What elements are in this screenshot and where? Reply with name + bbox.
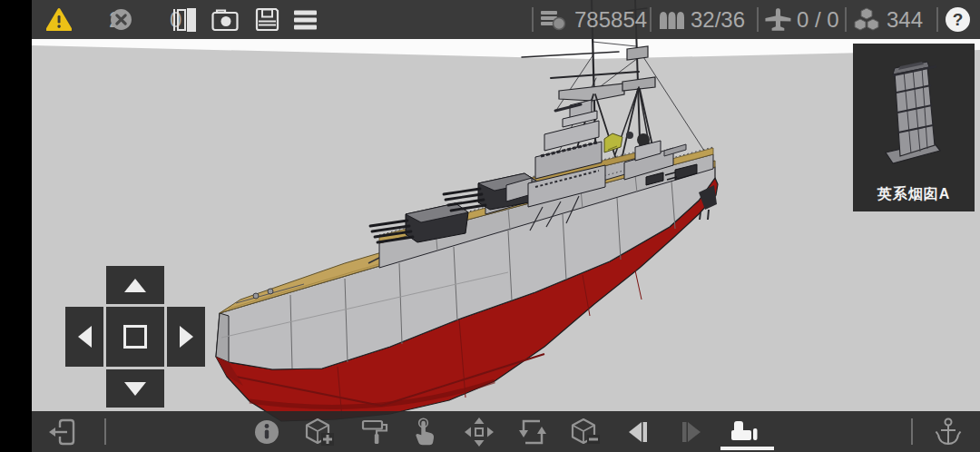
- help-button[interactable]: ?: [946, 0, 970, 39]
- center-square-icon: [123, 325, 147, 349]
- top-status-bar: 2 0: [32, 0, 980, 39]
- remove-block-icon: [570, 417, 601, 447]
- remove-block-button[interactable]: [565, 416, 605, 448]
- blocks-icon: [854, 7, 879, 32]
- exit-button[interactable]: [42, 416, 82, 448]
- scene-backdrop: [32, 39, 980, 59]
- ammo-value: 32/36: [691, 0, 745, 39]
- funds-value: 785854: [574, 0, 647, 39]
- blocks-value: 344: [887, 0, 923, 39]
- divider: [757, 7, 759, 32]
- exit-icon: [46, 417, 77, 447]
- anchor-icon: [933, 417, 964, 447]
- add-block-icon: [304, 417, 335, 447]
- dpad-down-button[interactable]: [106, 369, 164, 408]
- screen-notch-strip: [0, 0, 32, 452]
- move-icon: [464, 417, 495, 447]
- rotate-icon: [517, 417, 548, 447]
- screenshot-button[interactable]: [211, 0, 239, 39]
- parts-icon: [728, 417, 760, 447]
- help-icon: ?: [946, 7, 970, 32]
- undo-icon: [622, 417, 653, 447]
- app-screen: 2 0: [0, 0, 980, 452]
- ammo-indicator: [659, 0, 685, 39]
- bottom-tool-bar: [32, 411, 980, 452]
- error-icon: [110, 8, 132, 31]
- aircraft-icon: [763, 6, 792, 33]
- camera-icon: [211, 8, 239, 32]
- rotate-button[interactable]: [513, 416, 553, 448]
- funds-indicator: [540, 0, 566, 39]
- aircraft-indicator: [763, 0, 792, 39]
- selected-part-panel[interactable]: 英系烟囱A: [853, 44, 975, 211]
- divider: [104, 418, 106, 445]
- warning-indicator[interactable]: [46, 0, 72, 39]
- dpad-center-button[interactable]: [106, 307, 164, 367]
- selected-tool-underline: [720, 447, 774, 450]
- paint-button[interactable]: [355, 416, 395, 448]
- ammo-icon: [659, 9, 685, 31]
- left-arrow-icon: [78, 326, 92, 348]
- undo-button[interactable]: [618, 416, 658, 448]
- touch-button[interactable]: [407, 416, 446, 448]
- anchor-button[interactable]: [928, 416, 968, 448]
- divider: [845, 7, 847, 32]
- camera-dpad: [65, 266, 205, 408]
- divider: [532, 7, 534, 32]
- warning-icon: [46, 7, 72, 32]
- dpad-left-button[interactable]: [65, 307, 103, 367]
- touch-icon: [411, 417, 442, 447]
- part-thumbnail-funnel: [853, 58, 975, 176]
- blocks-indicator: [854, 0, 879, 39]
- down-arrow-icon: [124, 382, 146, 396]
- right-arrow-icon: [180, 326, 193, 348]
- info-button[interactable]: [247, 416, 287, 448]
- save-icon: [255, 7, 279, 32]
- dpad-up-button[interactable]: [106, 266, 164, 304]
- dpad-right-button[interactable]: [167, 307, 205, 367]
- menu-button[interactable]: [293, 0, 318, 39]
- coins-icon: [540, 9, 566, 31]
- move-button[interactable]: [459, 416, 499, 448]
- error-indicator[interactable]: [110, 0, 132, 39]
- aircraft-value: 0 / 0: [797, 0, 839, 39]
- add-block-button[interactable]: [299, 416, 339, 448]
- info-icon: [251, 417, 282, 447]
- divider: [911, 418, 913, 445]
- part-name-label: 英系烟囱A: [877, 185, 951, 204]
- paint-icon: [359, 418, 390, 447]
- save-button[interactable]: [255, 0, 279, 39]
- up-arrow-icon: [124, 279, 146, 292]
- redo-icon: [676, 417, 707, 447]
- divider: [936, 7, 938, 32]
- parts-button[interactable]: [724, 416, 764, 448]
- mirror-button[interactable]: [172, 0, 197, 39]
- menu-icon: [293, 9, 318, 31]
- ship-hull: [216, 167, 718, 421]
- redo-button[interactable]: [671, 416, 711, 448]
- divider: [650, 7, 652, 32]
- mirror-icon: [172, 6, 197, 34]
